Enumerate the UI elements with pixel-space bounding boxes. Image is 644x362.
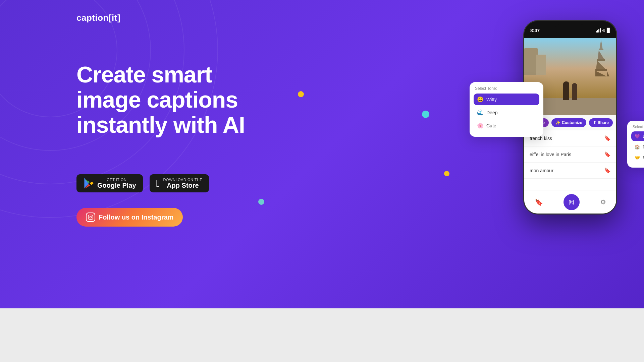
tone-witty-label: Witty [486, 97, 497, 102]
svg-marker-7 [596, 61, 606, 70]
google-play-icon [83, 178, 94, 189]
battery-icon: ▉ [607, 28, 610, 33]
phone-notch-pill [555, 24, 585, 33]
bar-1 [596, 31, 597, 33]
apple-icon:  [156, 178, 160, 188]
logo-prefix: caption [76, 13, 109, 23]
bookmark-icon-3[interactable]: 🔖 [604, 167, 611, 174]
cute-icon: 🌸 [477, 122, 484, 129]
phone-status-icons: ⊖ ▉ [596, 28, 610, 33]
svg-point-1 [90, 216, 91, 218]
tone-option-cute[interactable]: 🌸 Cute [474, 120, 539, 131]
rel-option-lovers[interactable]: 💜 Lovers [631, 131, 644, 141]
caption-list: french kiss 🔖 eiffel in love in Paris 🔖 … [524, 130, 616, 179]
tone-cute-label: Cute [486, 123, 496, 128]
home-nav-button[interactable]: [it] [564, 194, 580, 210]
nav-center-label: [it] [569, 199, 574, 204]
relationship-popup: Select Relationship: 💜 Lovers 🏠 Family 🤝… [627, 121, 644, 168]
friends-icon: 🤝 [635, 155, 640, 160]
caption-text-3: mon amour [530, 168, 553, 173]
google-play-label-small: GET IT ON [97, 178, 136, 182]
headline-line2: image captions [76, 87, 238, 112]
instagram-icon [86, 213, 95, 222]
share-icon: ⬆ [593, 120, 596, 125]
tone-option-deep[interactable]: 🌊 Deep [474, 107, 539, 118]
decorative-dot-cyan-1 [422, 111, 429, 118]
deep-icon: 🌊 [477, 109, 484, 116]
tone-popup: Select Tone: 😄 Witty 🌊 Deep 🌸 Cute [470, 82, 543, 137]
relationship-popup-label: Select Relationship: [631, 125, 644, 129]
instagram-button[interactable]: Follow us on Instagram [76, 208, 183, 227]
svg-marker-5 [598, 50, 604, 60]
phone-time: 8:47 [530, 28, 540, 33]
rel-option-friends[interactable]: 🤝 Friends [631, 153, 644, 163]
building-mid [536, 55, 546, 75]
hero-headline: Create smart image captions instantly wi… [76, 62, 245, 137]
google-play-text: GET IT ON Google Play [97, 178, 136, 189]
building-left [524, 48, 538, 75]
headline-line1: Create smart [76, 62, 212, 87]
bookmark-icon-2[interactable]: 🔖 [604, 151, 611, 158]
customize-label: Customize [562, 120, 582, 125]
app-store-button[interactable]:  Download on the App Store [150, 174, 209, 192]
logo-bracket: [it] [109, 13, 120, 23]
app-store-text: Download on the App Store [163, 178, 203, 189]
google-play-button[interactable]: GET IT ON Google Play [76, 174, 143, 192]
rel-lovers-label: Lovers [643, 134, 644, 139]
phone-bottom-nav: 🔖 [it] ⚙ [524, 190, 616, 214]
bookmark-icon-1[interactable]: 🔖 [604, 135, 611, 141]
decorative-dot-yellow-1 [298, 91, 304, 97]
instagram-label: Follow us on Instagram [99, 214, 173, 221]
app-logo: caption[it] [76, 13, 120, 23]
hero-section: Create smart image captions instantly wi… [76, 62, 245, 137]
customize-icon: ✨ [555, 120, 560, 125]
share-button[interactable]: ⬆ Share [589, 118, 613, 127]
svg-marker-3 [599, 40, 603, 50]
phone-mockup: Select Tone: 😄 Witty 🌊 Deep 🌸 Cute Selec… [523, 20, 617, 215]
signal-bars-icon [596, 28, 601, 33]
tone-deep-label: Deep [486, 110, 497, 115]
instagram-svg [88, 215, 93, 220]
bar-2 [597, 30, 598, 33]
svg-rect-8 [595, 69, 607, 71]
phone-status-bar: 8:47 ⊖ ▉ [524, 21, 616, 38]
bar-3 [598, 29, 599, 33]
caption-item-3[interactable]: mon amour 🔖 [524, 163, 616, 179]
bar-4 [600, 28, 601, 33]
tone-option-witty[interactable]: 😄 Witty [474, 94, 539, 105]
caption-item-2[interactable]: eiffel in love in Paris 🔖 [524, 146, 616, 163]
wifi-icon: ⊖ [602, 28, 605, 33]
settings-nav-icon[interactable]: ⚙ [600, 198, 606, 206]
rel-option-family[interactable]: 🏠 Family [631, 142, 644, 152]
rel-family-label: Family [643, 144, 644, 149]
svg-marker-10 [607, 71, 609, 76]
decorative-dot-yellow-2 [444, 171, 449, 176]
decorative-dot-cyan-2 [258, 199, 264, 205]
svg-marker-9 [595, 71, 607, 76]
svg-rect-4 [599, 49, 603, 50]
share-label: Share [598, 120, 609, 125]
footer-bar [0, 308, 644, 362]
witty-icon: 😄 [477, 96, 484, 103]
store-buttons-group: GET IT ON Google Play  Download on the … [76, 174, 209, 192]
family-icon: 🏠 [635, 144, 640, 149]
app-store-label-big: App Store [163, 182, 203, 189]
google-play-label-big: Google Play [97, 182, 136, 189]
lovers-icon: 💜 [635, 134, 640, 139]
rel-friends-label: Friends [643, 155, 644, 160]
person-2 [572, 83, 577, 100]
caption-text-2: eiffel in love in Paris [530, 152, 571, 157]
person-1 [563, 81, 569, 100]
svg-rect-6 [597, 59, 605, 61]
couple-silhouette [563, 81, 577, 100]
bookmark-nav-icon[interactable]: 🔖 [535, 198, 543, 206]
customize-button[interactable]: ✨ Customize [551, 118, 586, 127]
app-store-label-small: Download on the [163, 178, 203, 182]
headline-line3: instantly with AI [76, 112, 245, 137]
eiffel-tower-svg [593, 40, 609, 76]
tone-popup-label: Select Tone: [474, 86, 539, 91]
svg-point-2 [92, 216, 92, 216]
